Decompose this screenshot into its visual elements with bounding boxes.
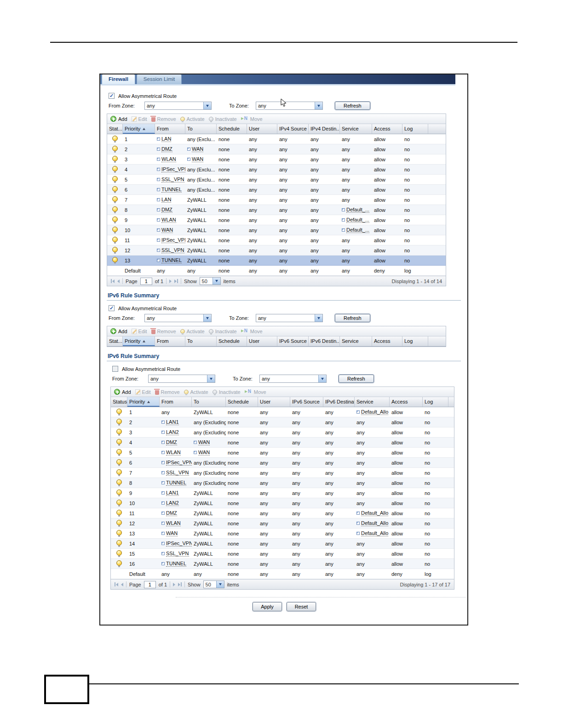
column-header-stat[interactable]: Stat... (107, 336, 123, 346)
column-header-user[interactable]: User (258, 397, 290, 407)
object-reference-link[interactable]: DMZ (166, 439, 177, 445)
column-header-stat[interactable]: Stat... (107, 124, 123, 134)
edit-button[interactable]: Edit (132, 329, 147, 334)
table-row[interactable]: 5SSL_VPNany (Exclu...noneanyanyanyanyall… (107, 175, 446, 185)
table-row[interactable]: 6IPSec_VPNany (Excludingnoneanyanyanyany… (111, 458, 454, 468)
object-reference-link[interactable]: SSL_VPN (161, 247, 184, 253)
table-row[interactable]: 4DMZWANnoneanyanyanyanyallowno (111, 438, 454, 448)
object-reference-link[interactable]: WAN (198, 439, 210, 445)
column-header-log[interactable]: Log (402, 336, 428, 346)
first-page-button[interactable] (111, 279, 115, 283)
table-row[interactable]: 1anyZyWALLnoneanyanyanyDefault_Alloallow… (111, 407, 454, 417)
column-header-service[interactable]: Service (340, 124, 372, 134)
column-header-from[interactable]: From (155, 124, 185, 134)
object-reference-link[interactable]: LAN1 (166, 490, 179, 496)
object-reference-link[interactable]: Default_... (346, 207, 369, 213)
object-reference-link[interactable]: WAN (198, 449, 210, 455)
move-button[interactable]: Move (241, 116, 263, 122)
column-header-status[interactable]: Status (111, 397, 127, 407)
page-input[interactable] (140, 278, 152, 285)
column-header-user[interactable]: User (247, 336, 277, 346)
chevron-down-icon[interactable] (213, 278, 220, 284)
edit-button[interactable]: Edit (132, 116, 147, 122)
table-row[interactable]: Defaultanyanynoneanyanyanyanydenylog (107, 266, 446, 276)
object-reference-link[interactable]: LAN2 (166, 500, 179, 506)
column-header-priority[interactable]: Priority (123, 336, 155, 346)
column-header-access[interactable]: Access (372, 336, 402, 346)
object-reference-link[interactable]: DMZ (161, 207, 172, 213)
object-reference-link[interactable]: SSL_VPN (166, 470, 189, 476)
column-header-user[interactable]: User (247, 124, 277, 134)
table-row[interactable]: 3WLANWANnoneanyanyanyanyallowno (107, 154, 446, 165)
object-reference-link[interactable]: IPSec_VPN (161, 166, 185, 172)
first-page-button[interactable] (115, 582, 118, 586)
table-row[interactable]: 10LAN2ZyWALLnoneanyanyanyanyallowno (111, 498, 454, 508)
table-row[interactable]: 12WLANZyWALLnoneanyanyanyDefault_Alloall… (111, 518, 454, 529)
object-reference-link[interactable]: TUNNEL (166, 480, 186, 486)
table-row[interactable]: 6TUNNELany (Exclu...noneanyanyanyanyallo… (107, 185, 446, 195)
object-reference-link[interactable]: WAN (192, 146, 203, 152)
to-zone-select[interactable]: any (259, 375, 327, 383)
table-row[interactable]: 15SSL_VPNZyWALLnoneanyanyanyanyallowno (111, 549, 454, 559)
refresh-button[interactable]: Refresh (335, 314, 370, 322)
table-row[interactable]: 2LAN1any (Excludingnoneanyanyanyanyallow… (111, 417, 454, 427)
object-reference-link[interactable]: IPSec_VPN (161, 237, 185, 243)
to-zone-select[interactable]: any (256, 314, 323, 322)
show-items-select[interactable]: 50 (200, 277, 221, 285)
object-reference-link[interactable]: WAN (192, 156, 203, 162)
object-reference-link[interactable]: Default_... (346, 217, 369, 223)
allow-asymmetrical-route-checkbox[interactable] (112, 366, 118, 372)
column-header-schedule[interactable]: Schedule (226, 397, 258, 407)
column-header-service[interactable]: Service (355, 397, 390, 407)
next-page-button[interactable] (173, 583, 175, 586)
inactivate-button[interactable]: Inactivate (213, 389, 241, 395)
object-reference-link[interactable]: TUNNEL (161, 257, 182, 263)
last-page-button[interactable] (178, 582, 182, 586)
from-zone-select[interactable]: any (144, 314, 212, 322)
move-button[interactable]: Move (241, 329, 263, 334)
next-page-button[interactable] (169, 279, 172, 283)
allow-asymmetrical-route-checkbox[interactable] (109, 93, 115, 99)
column-header-log[interactable]: Log (402, 124, 428, 134)
column-header-to[interactable]: To (185, 336, 217, 346)
table-row[interactable]: 3LAN2any (Excludingnoneanyanyanyanyallow… (111, 427, 454, 438)
table-row[interactable]: Defaultanyanynoneanyanyanyanydenylog (111, 569, 454, 579)
tab-session-limit[interactable]: Session Limit (137, 74, 182, 84)
object-reference-link[interactable]: WAN (166, 530, 178, 536)
show-items-select[interactable]: 50 (203, 580, 224, 588)
column-header-ipv6-source[interactable]: IPv6 Source (290, 397, 323, 407)
page-input[interactable] (144, 581, 156, 588)
table-row[interactable]: 8DMZZyWALLnoneanyanyanyDefault_...allown… (107, 205, 446, 215)
object-reference-link[interactable]: Default_Allo (361, 409, 388, 415)
object-reference-link[interactable]: SSL_VPN (166, 551, 189, 557)
object-reference-link[interactable]: Default_... (346, 227, 369, 233)
from-zone-select[interactable]: any (144, 102, 212, 110)
column-header-to[interactable]: To (192, 397, 226, 407)
object-reference-link[interactable]: LAN1 (166, 419, 179, 425)
table-row[interactable]: 12SSL_VPNZyWALLnoneanyanyanyanyallowno (107, 245, 446, 256)
object-reference-link[interactable]: DMZ (161, 146, 172, 152)
refresh-button[interactable]: Refresh (339, 375, 374, 383)
column-header-service[interactable]: Service (340, 336, 372, 346)
column-header-from[interactable]: From (160, 397, 192, 407)
object-reference-link[interactable]: Default_Allo (361, 520, 388, 526)
chevron-down-icon[interactable] (216, 581, 224, 588)
tab-firewall[interactable]: Firewall (102, 74, 135, 84)
object-reference-link[interactable]: WAN (161, 227, 173, 233)
add-button[interactable]: Add (114, 389, 131, 395)
prev-page-button[interactable] (121, 583, 123, 586)
object-reference-link[interactable]: LAN (161, 136, 171, 142)
column-header-ipv6-destinatio[interactable]: IPv6 Destinatio (323, 397, 355, 407)
reset-button[interactable]: Reset (287, 602, 316, 611)
remove-button[interactable]: Remove (151, 328, 176, 334)
chevron-down-icon[interactable] (315, 314, 322, 322)
table-row[interactable]: 16TUNNELZyWALLnoneanyanyanyanyallowno (111, 559, 454, 569)
chevron-down-icon[interactable] (203, 102, 211, 109)
object-reference-link[interactable]: IPSec_VPN (166, 460, 192, 466)
from-zone-select[interactable]: any (148, 375, 215, 383)
column-header-from[interactable]: From (155, 336, 185, 346)
object-reference-link[interactable]: WLAN (166, 449, 181, 455)
refresh-button[interactable]: Refresh (335, 102, 370, 110)
edit-button[interactable]: Edit (135, 389, 151, 395)
object-reference-link[interactable]: IPSec_VPN (166, 540, 192, 546)
